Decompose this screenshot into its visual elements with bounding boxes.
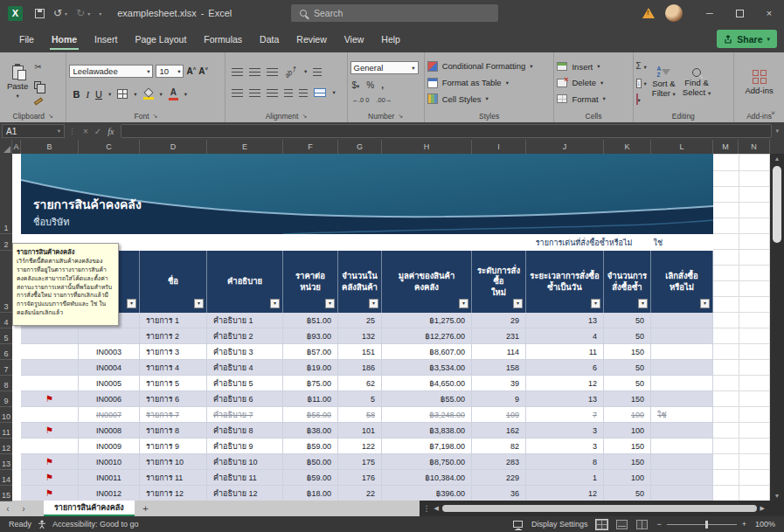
cell-name[interactable]: รายการ 2 (140, 328, 207, 343)
top-align-icon[interactable] (232, 68, 243, 76)
cell-reorder_level[interactable]: 114 (472, 344, 526, 359)
cell-id[interactable]: IN0008 (79, 423, 140, 438)
cell-reorder_level[interactable]: 283 (472, 454, 526, 469)
avatar[interactable] (665, 4, 683, 22)
filter-dropdown-icon[interactable]: ▾ (638, 299, 648, 308)
row-header-9[interactable]: 9 (0, 391, 12, 407)
cell-desc[interactable]: คำอธิบาย 5 (207, 376, 283, 390)
wrap-text-icon[interactable] (313, 68, 322, 76)
menu-tab-data[interactable]: Data (251, 26, 288, 52)
minimize-button[interactable]: ─ (695, 0, 725, 26)
vertical-scrollbar[interactable]: ▲ ▼ (770, 154, 784, 501)
row-header-5[interactable]: 5 (0, 328, 12, 344)
maximize-button[interactable] (725, 0, 754, 26)
cell-discontinued[interactable] (651, 376, 713, 390)
previous-sheet-icon[interactable]: ‹ (0, 501, 16, 516)
paste-button[interactable]: Paste ▾ (3, 55, 32, 110)
cell-price[interactable]: ฿56.00 (283, 407, 338, 422)
cell-value[interactable]: ฿396.00 (382, 486, 472, 501)
accessibility-status[interactable]: Accessibility: Good to go (52, 520, 139, 529)
cell-qty[interactable]: 101 (338, 423, 382, 438)
cell-reorder_days[interactable]: 13 (526, 391, 604, 406)
share-button[interactable]: Share ▾ (717, 30, 777, 48)
addins-button[interactable]: Add-ins (740, 55, 777, 110)
cell-qty[interactable]: 25 (338, 313, 382, 328)
formula-input[interactable] (121, 124, 772, 138)
bottom-align-icon[interactable] (267, 68, 278, 76)
cell-reorder_level[interactable]: 109 (472, 407, 526, 422)
enter-icon[interactable]: ✓ (94, 127, 101, 136)
cell-price[interactable]: ฿59.00 (283, 470, 338, 485)
row-header-6[interactable]: 6 (0, 344, 12, 360)
clipboard-dialog-launcher-icon[interactable]: ↘ (48, 113, 53, 120)
cell-reorder_qty[interactable]: 50 (604, 376, 651, 390)
column-header-H[interactable]: H (382, 140, 472, 154)
cell-reorder_qty[interactable]: 50 (604, 313, 651, 328)
menu-tab-formulas[interactable]: Formulas (195, 26, 251, 52)
menu-tab-page-layout[interactable]: Page Layout (126, 26, 195, 52)
cell-discontinued[interactable] (651, 439, 713, 453)
cell-reorder_days[interactable]: 1 (526, 470, 604, 485)
cell-price[interactable]: ฿93.00 (283, 328, 338, 343)
align-center-icon[interactable] (249, 89, 260, 97)
cell-reorder_days[interactable]: 3 (526, 439, 604, 453)
cell-reorder_days[interactable]: 12 (526, 486, 604, 501)
column-header-I[interactable]: I (472, 140, 526, 154)
cell-qty[interactable]: 186 (338, 360, 382, 375)
row-header-15[interactable]: 15 (0, 486, 12, 501)
format-painter-icon[interactable] (34, 98, 43, 106)
comma-style-icon[interactable]: , (381, 80, 384, 90)
cell-discontinued[interactable] (651, 313, 713, 328)
column-header-D[interactable]: D (140, 140, 207, 154)
cell-price[interactable]: ฿11.00 (283, 391, 338, 406)
row-header-10[interactable]: 10 (0, 407, 12, 423)
borders-icon[interactable] (117, 89, 128, 99)
table-row[interactable]: ⚑IN0008รายการ 8คำอธิบาย 8฿38.00101฿3,838… (21, 423, 713, 439)
filter-dropdown-icon[interactable]: ▾ (127, 299, 136, 308)
font-dialog-launcher-icon[interactable]: ↘ (153, 113, 158, 120)
cell-reorder_days[interactable]: 12 (526, 376, 604, 390)
borders-dropdown-icon[interactable]: ▾ (134, 91, 136, 98)
fill-color-button[interactable] (143, 89, 154, 100)
excel-logo-icon[interactable] (8, 6, 23, 21)
cell-reorder_level[interactable]: 231 (472, 328, 526, 343)
filter-dropdown-icon[interactable]: ▾ (369, 299, 378, 308)
fill-color-dropdown-icon[interactable]: ▾ (160, 91, 163, 98)
cell-price[interactable]: ฿38.00 (283, 423, 338, 438)
orientation-icon[interactable]: ab↗ (283, 65, 299, 79)
display-settings-label[interactable]: Display Settings (531, 520, 588, 529)
cell-price[interactable]: ฿75.00 (283, 376, 338, 390)
cell-discontinued[interactable] (651, 486, 713, 501)
normal-view-icon[interactable] (596, 520, 607, 529)
table-row[interactable]: IN0007รายการ 7คำอธิบาย 7฿56.0058฿3,248.0… (21, 407, 713, 423)
cell-value[interactable]: ฿10,384.00 (382, 470, 472, 485)
cell-desc[interactable]: คำอธิบาย 12 (207, 486, 283, 501)
cell-reorder_qty[interactable]: 150 (604, 439, 651, 453)
row-header-8[interactable]: 8 (0, 376, 12, 391)
italic-button[interactable]: I (86, 89, 89, 100)
scrollbar-resize-handle[interactable]: ⋮ (423, 504, 431, 513)
cell-id[interactable]: IN0007 (79, 407, 140, 422)
cell-price[interactable]: ฿57.00 (283, 344, 338, 359)
column-header-B[interactable]: B (21, 140, 79, 154)
alignment-dialog-launcher-icon[interactable]: ↘ (302, 113, 307, 120)
cell-qty[interactable]: 58 (338, 407, 382, 422)
cell-reorder_level[interactable]: 9 (472, 391, 526, 406)
cell-qty[interactable]: 151 (338, 344, 382, 359)
cell-reorder_days[interactable]: 13 (526, 313, 604, 328)
cells-canvas[interactable]: รายการสินค้าคงคลัง ชื่อบริษัท รายการเด่น… (12, 154, 770, 501)
cell-id[interactable] (79, 328, 140, 343)
cell-discontinued[interactable] (651, 344, 713, 359)
menu-tab-insert[interactable]: Insert (86, 26, 126, 52)
bold-button[interactable]: B (73, 89, 80, 100)
cell-name[interactable]: รายการ 10 (140, 454, 207, 469)
font-name-select[interactable]: Leelawadee▾ (69, 65, 153, 78)
cell-reorder_qty[interactable]: 100 (604, 423, 651, 438)
cell-desc[interactable]: คำอธิบาย 6 (207, 391, 283, 406)
middle-align-icon[interactable] (249, 68, 260, 76)
table-row[interactable]: IN0004รายการ 4คำอธิบาย 4฿19.00186฿3,534.… (21, 360, 713, 376)
cell-reorder_days[interactable]: 8 (526, 454, 604, 469)
customize-qat-icon[interactable]: ▾ (99, 10, 101, 17)
font-color-dropdown-icon[interactable]: ▾ (184, 91, 187, 98)
horizontal-scroll-thumb[interactable] (442, 505, 757, 512)
